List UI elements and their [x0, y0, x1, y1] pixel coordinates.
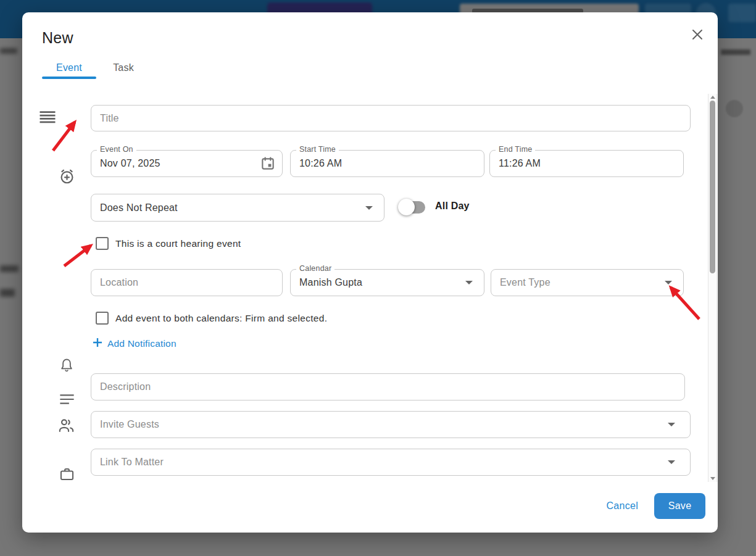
title-lines-icon: [38, 110, 57, 128]
end-time-label: End Time: [496, 145, 535, 154]
event-type-select[interactable]: Event Type: [491, 269, 684, 296]
link-to-matter-placeholder: Link To Matter: [91, 449, 690, 475]
both-calendars-checkbox[interactable]: [96, 312, 109, 325]
description-input[interactable]: [91, 374, 684, 400]
event-on-input[interactable]: [91, 151, 282, 176]
screen: New Event Task: [0, 0, 756, 556]
calendar-icon: [260, 163, 276, 173]
court-hearing-label: This is a court hearing event: [115, 238, 241, 249]
end-time-input[interactable]: [490, 151, 683, 176]
active-tab-indicator: [42, 77, 96, 79]
description-field: [91, 373, 685, 400]
title-field: [91, 105, 691, 131]
guests-icon: [57, 417, 75, 436]
add-notification-label: Add Notification: [107, 338, 177, 349]
title-input[interactable]: [91, 106, 690, 131]
dialog-scrollbar[interactable]: [708, 94, 717, 482]
location-field: [91, 269, 283, 296]
calendar-value: Manish Gupta: [291, 270, 484, 296]
close-icon: [691, 28, 704, 44]
tab-event[interactable]: Event: [42, 59, 96, 77]
chevron-down-icon: [668, 423, 675, 426]
calendar-label: Calendar: [296, 264, 334, 273]
close-button[interactable]: [686, 25, 708, 47]
chevron-down-icon: [465, 281, 473, 284]
calendar-select[interactable]: Calendar Manish Gupta: [290, 269, 484, 296]
dialog-footer: Cancel Save: [606, 493, 705, 519]
repeat-select[interactable]: Does Not Repeat: [91, 194, 384, 222]
scroll-down-arrow[interactable]: [710, 477, 715, 480]
repeat-value: Does Not Repeat: [91, 194, 384, 221]
new-event-dialog: New Event Task: [22, 12, 718, 533]
invite-guests-select[interactable]: Invite Guests: [91, 411, 691, 438]
all-day-label: All Day: [435, 201, 470, 212]
dialog-title: New: [42, 30, 73, 46]
tab-task[interactable]: Task: [96, 59, 151, 77]
start-time-field: Start Time: [290, 150, 484, 177]
briefcase-icon: [59, 466, 75, 485]
dialog-tabs: Event Task: [42, 59, 151, 77]
start-time-input[interactable]: [291, 151, 484, 176]
alarm-add-icon: [58, 167, 76, 188]
toggle-knob: [398, 199, 415, 215]
scroll-up-arrow[interactable]: [710, 96, 715, 99]
link-to-matter-select[interactable]: Link To Matter: [91, 449, 691, 476]
description-lines-icon: [59, 393, 75, 408]
event-on-label: Event On: [97, 145, 136, 154]
save-button[interactable]: Save: [654, 493, 705, 519]
all-day-toggle[interactable]: [398, 199, 426, 215]
end-time-field: End Time: [489, 150, 684, 177]
event-on-field: Event On: [91, 150, 283, 177]
event-type-placeholder: Event Type: [491, 270, 683, 296]
bell-icon: [59, 357, 75, 376]
chevron-down-icon: [665, 281, 672, 284]
court-hearing-checkbox[interactable]: [96, 237, 109, 250]
start-time-label: Start Time: [296, 145, 339, 154]
cancel-button[interactable]: Cancel: [606, 500, 638, 512]
both-calendars-label: Add event to both calendars: Firm and se…: [115, 313, 327, 324]
chevron-down-icon: [365, 206, 373, 210]
invite-guests-placeholder: Invite Guests: [91, 412, 690, 438]
calendar-picker-button[interactable]: [260, 156, 276, 172]
chevron-down-icon: [668, 460, 675, 464]
location-input[interactable]: [91, 270, 282, 296]
plus-icon: [93, 338, 102, 350]
scrollbar-thumb[interactable]: [710, 101, 715, 273]
add-notification-link[interactable]: Add Notification: [93, 338, 177, 350]
